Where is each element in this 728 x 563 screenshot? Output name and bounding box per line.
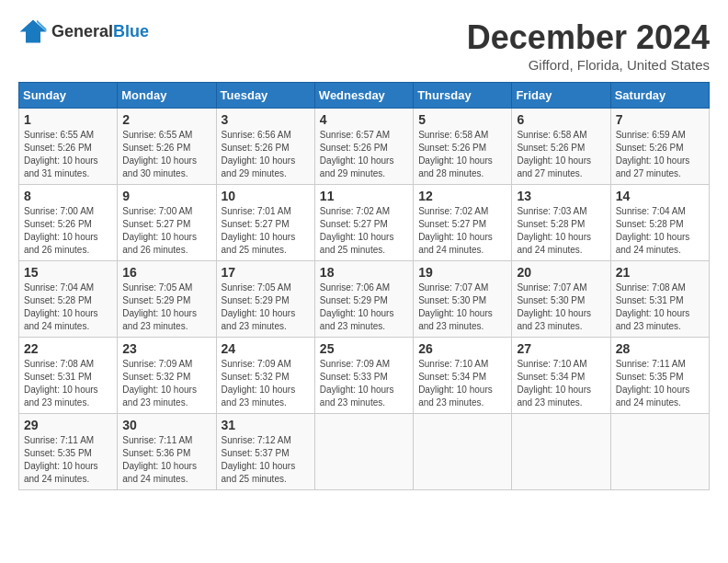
day-info: Sunrise: 6:57 AMSunset: 5:26 PMDaylight:… — [320, 129, 408, 180]
day-number: 26 — [418, 341, 506, 356]
calendar-cell: 18Sunrise: 7:06 AMSunset: 5:29 PMDayligh… — [314, 261, 413, 338]
day-info: Sunrise: 7:06 AMSunset: 5:29 PMDaylight:… — [320, 282, 408, 333]
day-info: Sunrise: 7:04 AMSunset: 5:28 PMDaylight:… — [616, 205, 704, 257]
week-row-4: 22Sunrise: 7:08 AMSunset: 5:31 PMDayligh… — [19, 338, 710, 414]
day-info: Sunrise: 7:11 AMSunset: 5:36 PMDaylight:… — [122, 434, 210, 486]
day-number: 5 — [418, 112, 506, 127]
calendar-cell: 24Sunrise: 7:09 AMSunset: 5:32 PMDayligh… — [216, 338, 314, 414]
calendar-cell: 14Sunrise: 7:04 AMSunset: 5:28 PMDayligh… — [610, 185, 709, 261]
day-info: Sunrise: 7:07 AMSunset: 5:30 PMDaylight:… — [517, 282, 605, 333]
day-number: 4 — [320, 112, 408, 127]
day-number: 19 — [418, 265, 506, 280]
day-header-wednesday: Wednesday — [314, 83, 413, 109]
calendar-cell — [610, 414, 709, 490]
calendar-cell: 7Sunrise: 6:59 AMSunset: 5:26 PMDaylight… — [610, 109, 709, 185]
day-info: Sunrise: 7:05 AMSunset: 5:29 PMDaylight:… — [222, 282, 310, 333]
day-info: Sunrise: 7:12 AMSunset: 5:37 PMDaylight:… — [222, 434, 310, 486]
day-info: Sunrise: 7:10 AMSunset: 5:34 PMDaylight:… — [517, 358, 605, 409]
day-number: 22 — [24, 341, 112, 356]
calendar-body: 1Sunrise: 6:55 AMSunset: 5:26 PMDaylight… — [19, 109, 710, 490]
week-row-5: 29Sunrise: 7:11 AMSunset: 5:35 PMDayligh… — [19, 414, 710, 490]
day-info: Sunrise: 6:55 AMSunset: 5:26 PMDaylight:… — [122, 129, 210, 180]
logo-text: GeneralBlue — [51, 22, 149, 41]
day-number: 12 — [418, 189, 506, 203]
header: GeneralBlue December 2024 Gifford, Flori… — [18, 18, 710, 73]
calendar-cell: 12Sunrise: 7:02 AMSunset: 5:27 PMDayligh… — [414, 185, 512, 261]
day-info: Sunrise: 7:09 AMSunset: 5:32 PMDaylight:… — [122, 358, 210, 409]
logo-blue: Blue — [113, 22, 149, 40]
day-number: 3 — [222, 112, 310, 127]
day-number: 13 — [517, 189, 605, 203]
day-header-thursday: Thursday — [414, 83, 512, 109]
day-number: 8 — [24, 189, 112, 203]
day-number: 15 — [24, 265, 112, 280]
day-info: Sunrise: 7:07 AMSunset: 5:30 PMDaylight:… — [418, 282, 506, 333]
day-header-tuesday: Tuesday — [216, 83, 314, 109]
location-title: Gifford, Florida, United States — [467, 57, 710, 73]
day-info: Sunrise: 7:04 AMSunset: 5:28 PMDaylight:… — [24, 282, 112, 333]
day-number: 27 — [517, 341, 605, 356]
day-info: Sunrise: 7:08 AMSunset: 5:31 PMDaylight:… — [616, 282, 704, 333]
day-info: Sunrise: 6:56 AMSunset: 5:26 PMDaylight:… — [222, 129, 310, 180]
calendar-cell: 1Sunrise: 6:55 AMSunset: 5:26 PMDaylight… — [19, 109, 118, 185]
calendar-cell: 30Sunrise: 7:11 AMSunset: 5:36 PMDayligh… — [118, 414, 216, 490]
day-number: 24 — [222, 341, 310, 356]
day-number: 1 — [24, 112, 112, 127]
week-row-3: 15Sunrise: 7:04 AMSunset: 5:28 PMDayligh… — [19, 261, 710, 338]
day-number: 23 — [122, 341, 210, 356]
calendar-cell: 2Sunrise: 6:55 AMSunset: 5:26 PMDaylight… — [118, 109, 216, 185]
calendar-cell: 20Sunrise: 7:07 AMSunset: 5:30 PMDayligh… — [512, 261, 610, 338]
day-info: Sunrise: 7:09 AMSunset: 5:33 PMDaylight:… — [320, 358, 408, 409]
calendar-cell: 23Sunrise: 7:09 AMSunset: 5:32 PMDayligh… — [118, 338, 216, 414]
calendar-cell: 15Sunrise: 7:04 AMSunset: 5:28 PMDayligh… — [19, 261, 118, 338]
day-info: Sunrise: 6:59 AMSunset: 5:26 PMDaylight:… — [616, 129, 704, 180]
logo: GeneralBlue — [18, 18, 149, 44]
day-number: 29 — [24, 418, 112, 432]
day-info: Sunrise: 7:00 AMSunset: 5:27 PMDaylight:… — [122, 205, 210, 257]
day-info: Sunrise: 7:11 AMSunset: 5:35 PMDaylight:… — [24, 434, 112, 486]
day-info: Sunrise: 6:58 AMSunset: 5:26 PMDaylight:… — [517, 129, 605, 180]
calendar-cell: 4Sunrise: 6:57 AMSunset: 5:26 PMDaylight… — [314, 109, 413, 185]
logo-icon — [18, 18, 48, 44]
day-info: Sunrise: 7:11 AMSunset: 5:35 PMDaylight:… — [616, 358, 704, 409]
day-number: 7 — [616, 112, 704, 127]
month-title: December 2024 — [467, 18, 710, 57]
calendar-cell: 25Sunrise: 7:09 AMSunset: 5:33 PMDayligh… — [314, 338, 413, 414]
calendar-cell: 17Sunrise: 7:05 AMSunset: 5:29 PMDayligh… — [216, 261, 314, 338]
day-number: 2 — [122, 112, 210, 127]
calendar-cell: 26Sunrise: 7:10 AMSunset: 5:34 PMDayligh… — [414, 338, 512, 414]
calendar-cell: 5Sunrise: 6:58 AMSunset: 5:26 PMDaylight… — [414, 109, 512, 185]
day-number: 25 — [320, 341, 408, 356]
day-number: 31 — [222, 418, 310, 432]
calendar-cell — [314, 414, 413, 490]
calendar-cell: 19Sunrise: 7:07 AMSunset: 5:30 PMDayligh… — [414, 261, 512, 338]
calendar-cell — [512, 414, 610, 490]
day-info: Sunrise: 7:02 AMSunset: 5:27 PMDaylight:… — [418, 205, 506, 257]
day-info: Sunrise: 7:03 AMSunset: 5:28 PMDaylight:… — [517, 205, 605, 257]
calendar-cell: 31Sunrise: 7:12 AMSunset: 5:37 PMDayligh… — [216, 414, 314, 490]
day-info: Sunrise: 7:08 AMSunset: 5:31 PMDaylight:… — [24, 358, 112, 409]
calendar-cell: 8Sunrise: 7:00 AMSunset: 5:26 PMDaylight… — [19, 185, 118, 261]
day-number: 11 — [320, 189, 408, 203]
calendar-header: SundayMondayTuesdayWednesdayThursdayFrid… — [19, 83, 710, 109]
calendar-cell: 9Sunrise: 7:00 AMSunset: 5:27 PMDaylight… — [118, 185, 216, 261]
calendar-table: SundayMondayTuesdayWednesdayThursdayFrid… — [18, 82, 710, 490]
day-number: 9 — [122, 189, 210, 203]
calendar-cell: 29Sunrise: 7:11 AMSunset: 5:35 PMDayligh… — [19, 414, 118, 490]
calendar-cell: 11Sunrise: 7:02 AMSunset: 5:27 PMDayligh… — [314, 185, 413, 261]
day-number: 30 — [122, 418, 210, 432]
calendar-cell: 6Sunrise: 6:58 AMSunset: 5:26 PMDaylight… — [512, 109, 610, 185]
calendar-cell: 21Sunrise: 7:08 AMSunset: 5:31 PMDayligh… — [610, 261, 709, 338]
logo-general: General — [51, 22, 113, 40]
day-number: 16 — [122, 265, 210, 280]
day-number: 21 — [616, 265, 704, 280]
calendar-cell: 28Sunrise: 7:11 AMSunset: 5:35 PMDayligh… — [610, 338, 709, 414]
calendar-cell: 16Sunrise: 7:05 AMSunset: 5:29 PMDayligh… — [118, 261, 216, 338]
day-header-sunday: Sunday — [19, 83, 118, 109]
day-info: Sunrise: 7:09 AMSunset: 5:32 PMDaylight:… — [222, 358, 310, 409]
day-info: Sunrise: 7:10 AMSunset: 5:34 PMDaylight:… — [418, 358, 506, 409]
day-info: Sunrise: 7:01 AMSunset: 5:27 PMDaylight:… — [222, 205, 310, 257]
day-info: Sunrise: 7:02 AMSunset: 5:27 PMDaylight:… — [320, 205, 408, 257]
calendar-cell — [414, 414, 512, 490]
week-row-1: 1Sunrise: 6:55 AMSunset: 5:26 PMDaylight… — [19, 109, 710, 185]
